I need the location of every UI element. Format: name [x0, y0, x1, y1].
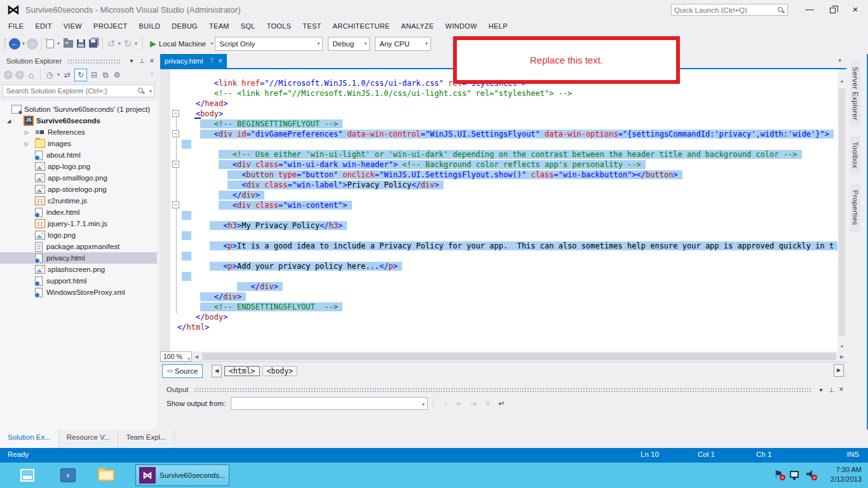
home-icon[interactable]: ⌂	[25, 70, 37, 80]
code-line[interactable]: </head>	[177, 98, 837, 109]
menu-view[interactable]: VIEW	[58, 21, 88, 31]
scroll-thumb[interactable]	[202, 353, 836, 360]
tree-item-splashscreen-png[interactable]: splashscreen.png	[0, 264, 157, 275]
code-line[interactable]	[177, 271, 837, 281]
taskbar-vs-task-button[interactable]: ⋈ Survive60seconds...	[135, 464, 229, 486]
code-line[interactable]: <div id="divGamePreferences" data-win-co…	[177, 129, 837, 139]
network-icon[interactable]	[787, 468, 801, 480]
run-target-label[interactable]: Local Machine	[159, 40, 206, 48]
code-line[interactable]: <body>	[177, 109, 837, 119]
code-line[interactable]: <!-- ENDSETTINGSFLYOUT -->	[177, 302, 837, 312]
menu-debug[interactable]: DEBUG	[166, 21, 203, 31]
file-explorer-button[interactable]	[95, 466, 117, 484]
save-all-button[interactable]	[89, 39, 97, 48]
editor-zoom-combo[interactable]: 100 %▾	[160, 351, 192, 362]
redo-dropdown-icon[interactable]: ▾	[135, 41, 137, 46]
menu-build[interactable]: BUILD	[133, 21, 166, 31]
tree-item-jquery-1-7-1-min-js[interactable]: [ ]jquery-1.7.1.min.js	[0, 218, 157, 229]
undo-button[interactable]: ↺	[106, 39, 116, 49]
next-message-icon[interactable]: ⇥	[466, 399, 480, 408]
previous-message-icon[interactable]: ⇤	[452, 399, 466, 408]
panel-tab-team-expl-[interactable]: Team Expl...	[118, 430, 174, 448]
window-position-icon[interactable]: ▾	[816, 386, 826, 393]
taskbar-clock[interactable]: 7:30 AM 2/12/2013	[831, 465, 862, 484]
code-lines[interactable]: <link href="//Microsoft.WinJS.1.0/css/ui…	[160, 69, 837, 351]
horizontal-scrollbar[interactable]	[201, 351, 837, 362]
undo-dropdown-icon[interactable]: ▾	[118, 41, 121, 46]
fold-collapse-icon[interactable]: −	[172, 201, 179, 208]
breadcrumb-forward-icon[interactable]: ▶	[834, 364, 844, 377]
quick-launch-input[interactable]	[672, 6, 777, 14]
pin-icon[interactable]: ⊤	[137, 57, 147, 64]
solution-search-box[interactable]: ▾	[3, 85, 154, 97]
close-icon[interactable]: ×	[218, 57, 222, 65]
search-icon[interactable]	[777, 6, 785, 14]
collapse-all-icon[interactable]: ⊟	[88, 71, 100, 79]
menu-window[interactable]: WINDOW	[440, 21, 483, 31]
code-line[interactable]: <!-- Use either 'win-ui-light' or 'win-u…	[177, 149, 837, 159]
menu-edit[interactable]: EDIT	[29, 21, 57, 31]
server-manager-button[interactable]	[17, 466, 38, 484]
side-tab-toolbox[interactable]: Toolbox	[850, 135, 860, 175]
menu-project[interactable]: PROJECT	[88, 21, 133, 31]
solution-explorer-header[interactable]: Solution Explorer ▾ ⊤ ×	[0, 54, 157, 67]
quick-launch-box[interactable]	[671, 4, 788, 16]
toolbar-overflow-icon[interactable]: ''	[151, 72, 153, 78]
restore-button[interactable]	[825, 5, 840, 15]
tree-item-solution-survive60seconds-1-project-[interactable]: Solution 'Survive60seconds' (1 project)	[0, 104, 157, 115]
menu-file[interactable]: FILE	[3, 21, 29, 31]
back-dropdown-icon[interactable]: ▾	[22, 41, 25, 46]
code-line[interactable]: <p>Add your privacy policy here...</p>	[177, 261, 837, 271]
tree-item-app-logo-png[interactable]: app-logo.png	[0, 161, 157, 172]
filter-dropdown-icon[interactable]: ▾	[57, 72, 60, 78]
expander-open-icon[interactable]: ◢	[5, 118, 13, 124]
code-line[interactable]: <button type="button" onclick="WinJS.UI.…	[177, 170, 837, 180]
new-file-button[interactable]	[46, 39, 54, 48]
search-icon[interactable]	[137, 87, 145, 95]
source-view-button[interactable]: <> Source	[162, 364, 203, 378]
refresh-button[interactable]: ↻	[74, 69, 87, 81]
scroll-left-icon[interactable]: ◀	[192, 354, 201, 360]
fold-collapse-icon[interactable]: −	[172, 161, 179, 168]
minimize-button[interactable]: —	[802, 5, 817, 15]
menu-help[interactable]: HELP	[483, 21, 513, 31]
output-source-combo[interactable]: ▾	[231, 397, 428, 410]
navigate-back-button[interactable]: ←	[9, 38, 20, 50]
code-line[interactable]: </div>	[177, 190, 837, 200]
close-icon[interactable]: ×	[836, 385, 846, 394]
tree-item-windowsstoreproxy-xml[interactable]: WindowsStoreProxy.xml	[0, 287, 157, 298]
side-tab-server-explorer[interactable]: Server Explorer	[850, 60, 860, 126]
code-editor[interactable]: <link href="//Microsoft.WinJS.1.0/css/ui…	[160, 69, 846, 351]
code-line[interactable]: <div class="win-ui-dark win-header"> <!-…	[177, 159, 837, 170]
code-line[interactable]: </html>	[177, 322, 837, 332]
run-target-dropdown-icon[interactable]: ▾	[210, 41, 213, 46]
clear-all-icon[interactable]: ≡	[480, 399, 494, 408]
debug-configuration-combo[interactable]: Debug▾	[328, 37, 370, 51]
tree-item-logo-png[interactable]: logo.png	[0, 229, 157, 241]
menu-architecture[interactable]: ARCHITECTURE	[327, 21, 396, 31]
panel-tab-solution-ex-[interactable]: Solution Ex...	[0, 430, 59, 448]
se-back-button[interactable]: ‹	[4, 71, 13, 79]
cpu-platform-combo[interactable]: Any CPU▾	[375, 37, 431, 51]
expander-closed-icon[interactable]: ▷	[23, 141, 31, 147]
pending-changes-filter-icon[interactable]: ◷	[44, 71, 55, 79]
new-file-dropdown-icon[interactable]: ▾	[57, 41, 60, 46]
script-only-combo[interactable]: Script Only▾	[215, 37, 323, 51]
properties-icon[interactable]: ⚙	[111, 71, 123, 79]
expander-closed-icon[interactable]: ▷	[23, 130, 31, 135]
tree-item-privacy-html[interactable]: privacy.html	[0, 252, 157, 264]
tab-privacy-html[interactable]: privacy.html ⊤ ×	[160, 54, 227, 68]
tree-item-survive60seconds[interactable]: ◢JSSurvive60seconds	[0, 115, 157, 126]
se-forward-button[interactable]: ›	[15, 71, 24, 79]
code-line[interactable]: </div>	[177, 292, 837, 302]
code-line[interactable]	[177, 139, 837, 149]
tree-item-package-appxmanifest[interactable]: package.appxmanifest	[0, 241, 157, 252]
word-wrap-icon[interactable]: ↵	[494, 399, 508, 408]
save-button[interactable]	[77, 39, 85, 48]
code-line[interactable]: <h3>My Privacy Policy</h3>	[177, 220, 837, 231]
code-line[interactable]	[177, 210, 837, 220]
open-file-button[interactable]	[64, 40, 73, 48]
tree-item-c2runtime-js[interactable]: [ ]c2runtime.js	[0, 195, 157, 207]
scroll-up-icon[interactable]: ▲	[837, 77, 846, 86]
menu-tools[interactable]: TOOLS	[261, 21, 297, 31]
